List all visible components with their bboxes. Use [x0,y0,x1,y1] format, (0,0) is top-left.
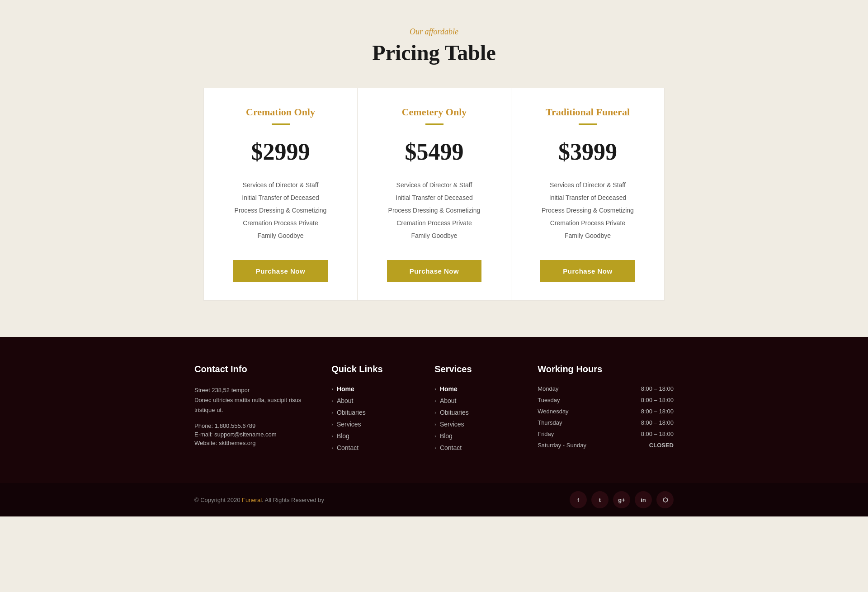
quick-links-list: › Home› About› Obituaries› Services› Blo… [331,385,416,451]
service-link-obituaries[interactable]: › Obituaries [434,409,519,416]
hours-row: Friday 8:00 – 18:00 [538,431,674,437]
quick-link-about[interactable]: › About [331,397,416,404]
hours-time: 8:00 – 18:00 [641,385,674,392]
quick-link-home[interactable]: › Home [331,385,416,393]
card-divider-cemetery [425,123,443,125]
hours-row: Thursday 8:00 – 18:00 [538,419,674,426]
footer-working-hours: Working Hours Monday 8:00 – 18:00 Tuesda… [538,364,674,456]
hours-day: Saturday - Sunday [538,442,586,449]
purchase-button-cemetery[interactable]: Purchase Now [387,260,481,282]
footer-bottom-inner: © Copyright 2020 Funeral. All Rights Res… [185,491,683,508]
hours-time: 8:00 – 18:00 [641,419,674,426]
list-item: › About [331,397,416,404]
purchase-button-traditional[interactable]: Purchase Now [540,260,635,282]
feature-item: Cremation Process Private [525,217,651,229]
contact-phone: Phone: 1.800.555.6789 [194,422,313,429]
brand-name: Funeral [242,497,262,503]
hours-day: Friday [538,431,554,437]
social-icon-linkedin[interactable]: in [635,491,652,508]
list-item: › Blog [434,432,519,440]
hours-row: Wednesday 8:00 – 18:00 [538,408,674,415]
footer-quick-links: Quick Links › Home› About› Obituaries› S… [331,364,416,456]
card-title-cemetery: Cemetery Only [371,106,497,118]
chevron-icon: › [331,386,333,392]
social-icon-google-plus[interactable]: g+ [613,491,630,508]
list-item: › Contact [434,444,519,451]
quick-link-contact[interactable]: › Contact [331,444,416,451]
chevron-icon: › [331,433,333,439]
copyright-text: © Copyright 2020 Funeral. All Rights Res… [194,497,324,503]
card-price-traditional: $3999 [525,138,651,165]
hours-time: 8:00 – 18:00 [641,408,674,415]
instagram-icon: ⬡ [663,497,668,503]
social-icon-facebook[interactable]: f [570,491,587,508]
feature-item: Family Goodbye [371,229,497,242]
hours-day: Monday [538,385,558,392]
list-item: › Home [331,385,416,393]
service-link-services[interactable]: › Services [434,421,519,428]
pricing-title: Pricing Table [9,40,859,65]
hours-time: 8:00 – 18:00 [641,431,674,437]
facebook-icon: f [577,497,579,503]
hours-day: Tuesday [538,397,560,403]
chevron-icon: › [434,386,436,392]
list-item: › Blog [331,432,416,440]
card-features-cremation: Services of Director & StaffInitial Tran… [217,179,344,242]
service-link-blog[interactable]: › Blog [434,432,519,440]
chevron-icon: › [331,410,333,415]
hours-row: Tuesday 8:00 – 18:00 [538,397,674,403]
card-title-traditional: Traditional Funeral [525,106,651,118]
quick-link-services[interactable]: › Services [331,421,416,428]
contact-address: Street 238,52 tempor Donec ultricies mat… [194,385,313,415]
feature-item: Cremation Process Private [217,217,344,229]
list-item: › Home [434,385,519,393]
card-divider-cremation [272,123,290,125]
card-features-traditional: Services of Director & StaffInitial Tran… [525,179,651,242]
pricing-card-traditional: Traditional Funeral $3999 Services of Di… [511,88,665,301]
chevron-icon: › [331,398,333,403]
pricing-card-cemetery: Cemetery Only $5499 Services of Director… [357,88,511,301]
feature-item: Initial Transfer of Deceased [525,191,651,204]
pricing-cards: Cremation Only $2999 Services of Directo… [185,88,683,301]
pricing-section: Our affordable Pricing Table Cremation O… [0,0,868,337]
list-item: › Obituaries [434,409,519,416]
feature-item: Cremation Process Private [371,217,497,229]
feature-item: Services of Director & Staff [525,179,651,191]
service-link-about[interactable]: › About [434,397,519,404]
services-list: › Home› About› Obituaries› Services› Blo… [434,385,519,451]
hours-time: 8:00 – 18:00 [641,397,674,403]
quick-link-obituaries[interactable]: › Obituaries [331,409,416,416]
hours-row: Saturday - Sunday CLOSED [538,442,674,449]
hours-day: Thursday [538,419,562,426]
social-icon-instagram[interactable]: ⬡ [656,491,674,508]
card-features-cemetery: Services of Director & StaffInitial Tran… [371,179,497,242]
chevron-icon: › [434,433,436,439]
social-icon-twitter[interactable]: t [591,491,609,508]
feature-item: Initial Transfer of Deceased [371,191,497,204]
footer: Contact Info Street 238,52 tempor Donec … [0,337,868,516]
quick-link-blog[interactable]: › Blog [331,432,416,440]
purchase-button-cremation[interactable]: Purchase Now [233,260,328,282]
contact-website: Website: sktthemes.org [194,440,313,446]
hours-time: CLOSED [649,442,674,449]
list-item: › Contact [331,444,416,451]
feature-item: Family Goodbye [217,229,344,242]
footer-bottom: © Copyright 2020 Funeral. All Rights Res… [0,483,868,516]
chevron-icon: › [434,398,436,403]
contact-heading: Contact Info [194,364,313,374]
twitter-icon: t [599,497,601,503]
card-price-cremation: $2999 [217,138,344,165]
list-item: › About [434,397,519,404]
service-link-contact[interactable]: › Contact [434,444,519,451]
chevron-icon: › [434,422,436,427]
chevron-icon: › [331,445,333,450]
card-divider-traditional [579,123,597,125]
feature-item: Services of Director & Staff [371,179,497,191]
pricing-card-cremation: Cremation Only $2999 Services of Directo… [203,88,357,301]
card-price-cemetery: $5499 [371,138,497,165]
feature-item: Process Dressing & Cosmetizing [525,204,651,217]
chevron-icon: › [331,422,333,427]
working-hours-heading: Working Hours [538,364,674,374]
feature-item: Initial Transfer of Deceased [217,191,344,204]
service-link-home[interactable]: › Home [434,385,519,393]
